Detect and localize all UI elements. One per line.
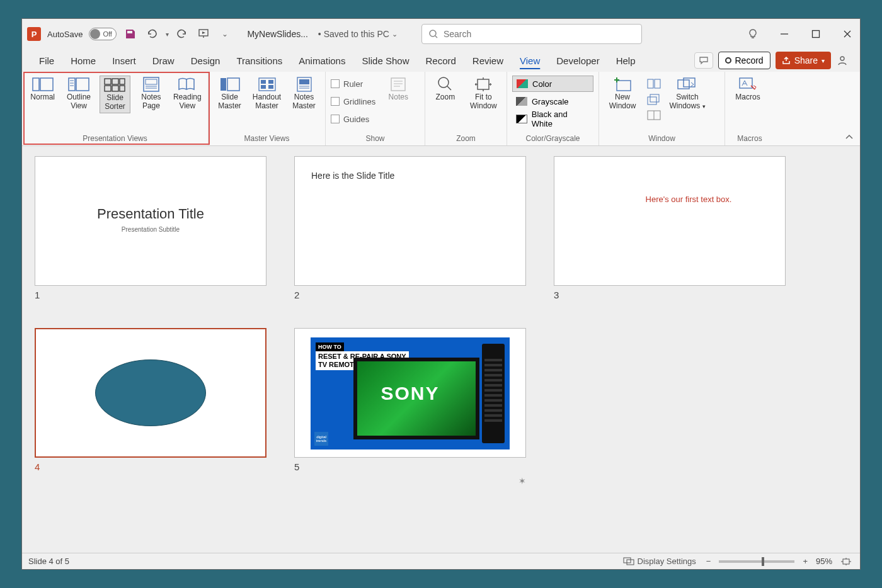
notes-master-button[interactable]: Notes Master xyxy=(288,76,320,112)
svg-rect-22 xyxy=(268,85,273,89)
slide-thumb-5[interactable]: HOW TO RESET & RE-PAIR A SONY TV REMOTE … xyxy=(294,328,526,458)
svg-rect-19 xyxy=(261,80,266,84)
comments-button[interactable] xyxy=(694,52,713,69)
slide-sorter-button[interactable]: Slide Sorter xyxy=(100,76,131,113)
qat-customize[interactable]: ⌄ xyxy=(222,30,228,38)
tab-home[interactable]: Home xyxy=(62,52,104,70)
gridlines-checkbox[interactable]: Gridlines xyxy=(331,93,375,110)
tab-help[interactable]: Help xyxy=(608,52,644,70)
undo-dropdown[interactable]: ▾ xyxy=(166,31,169,38)
tab-record[interactable]: Record xyxy=(417,52,464,70)
account-button[interactable] xyxy=(836,54,851,67)
outline-view-button[interactable]: Outline View xyxy=(63,76,94,112)
undo-button[interactable] xyxy=(144,26,159,42)
collapse-ribbon-button[interactable] xyxy=(845,133,854,142)
svg-rect-20 xyxy=(268,80,273,84)
svg-rect-8 xyxy=(105,79,111,84)
svg-rect-24 xyxy=(299,79,309,84)
tab-transitions[interactable]: Transitions xyxy=(228,52,290,70)
notes-page-button[interactable]: Notes Page xyxy=(135,76,166,112)
fit-label: Fit to Window xyxy=(467,93,500,111)
notes-toggle-button[interactable]: Notes xyxy=(384,76,412,103)
slide-sorter-area[interactable]: Presentation Title Presentation Subtitle… xyxy=(22,146,860,553)
zoom-percent[interactable]: 95% xyxy=(816,557,832,566)
tab-draw[interactable]: Draw xyxy=(144,52,183,70)
grayscale-mode-button[interactable]: Grayscale xyxy=(512,93,593,110)
normal-view-button[interactable]: Normal xyxy=(27,76,58,103)
app-icon: P xyxy=(27,27,41,41)
tab-slideshow[interactable]: Slide Show xyxy=(353,52,417,70)
ruler-label: Ruler xyxy=(343,79,363,89)
redo-button[interactable] xyxy=(175,26,190,42)
filename[interactable]: MyNewSlides... xyxy=(247,29,307,39)
switch-windows-button[interactable]: Switch Windows ▾ xyxy=(667,76,707,112)
share-button[interactable]: Share ▾ xyxy=(776,52,831,69)
maximize-button[interactable] xyxy=(808,26,823,42)
close-button[interactable] xyxy=(840,26,855,42)
slide-5-wrap: HOW TO RESET & RE-PAIR A SONY TV REMOTE … xyxy=(294,328,526,472)
slide-thumb-1[interactable]: Presentation Title Presentation Subtitle xyxy=(35,156,266,286)
record-button[interactable]: Record xyxy=(718,52,770,69)
group-label-window: Window xyxy=(604,133,719,144)
saved-status[interactable]: • Saved to this PC ⌄ xyxy=(318,29,398,39)
slide-thumb-3[interactable]: Here's our first text box. xyxy=(554,156,786,286)
tab-insert[interactable]: Insert xyxy=(104,52,144,70)
slide1-subtitle: Presentation Subtitle xyxy=(35,226,266,233)
save-button[interactable] xyxy=(123,26,138,42)
zoom-in-button[interactable]: + xyxy=(801,557,810,566)
ruler-checkbox[interactable]: Ruler xyxy=(331,76,375,92)
new-window-button[interactable]: New Window xyxy=(604,76,641,112)
tab-file[interactable]: File xyxy=(31,52,62,70)
autosave-toggle[interactable]: Off xyxy=(89,28,117,40)
color-mode-button[interactable]: Color xyxy=(512,76,593,92)
ribbon: Normal Outline View Slide Sorter Notes P… xyxy=(22,72,860,146)
macros-button[interactable]: Macros xyxy=(730,76,765,103)
zoom-out-button[interactable]: − xyxy=(704,557,713,566)
display-settings-button[interactable]: Display Settings xyxy=(621,557,698,566)
slide-master-button[interactable]: Slide Master xyxy=(214,76,246,112)
menubar: File Home Insert Draw Design Transitions… xyxy=(22,49,860,72)
search-box[interactable] xyxy=(421,24,642,44)
handout-master-button[interactable]: Handout Master xyxy=(251,76,283,112)
tab-review[interactable]: Review xyxy=(464,52,512,70)
zoom-handle[interactable] xyxy=(762,557,764,566)
slide-thumb-2[interactable]: Here is the Slide Title xyxy=(294,156,526,286)
slide3-text: Here's our first text box. xyxy=(592,195,785,204)
guides-label: Guides xyxy=(343,115,369,124)
bw-label: Black and White xyxy=(532,110,590,128)
move-split-button[interactable] xyxy=(646,108,662,122)
fit-to-window-button[interactable]: Fit to Window xyxy=(466,76,501,112)
svg-rect-32 xyxy=(650,94,659,102)
bw-mode-button[interactable]: Black and White xyxy=(512,111,593,127)
tab-animations[interactable]: Animations xyxy=(290,52,353,70)
menu-right: Record Share ▾ xyxy=(694,52,852,69)
slide-num-3: 3 xyxy=(554,290,786,300)
minimize-button[interactable] xyxy=(777,26,792,42)
group-label-show: Show xyxy=(331,133,420,144)
lightbulb-icon[interactable] xyxy=(745,26,760,42)
slide1-title: Presentation Title xyxy=(35,206,266,222)
handoutmaster-label: Handout Master xyxy=(252,93,282,111)
slide-grid: Presentation Title Presentation Subtitle… xyxy=(35,156,847,472)
fit-slide-button[interactable] xyxy=(839,557,854,566)
powerpoint-window: P AutoSave Off ▾ ⌄ MyNewSlides... • Save… xyxy=(21,18,861,570)
guides-checkbox[interactable]: Guides xyxy=(331,111,375,127)
tab-view[interactable]: View xyxy=(512,52,548,70)
share-label: Share xyxy=(794,55,818,65)
arrange-all-button[interactable] xyxy=(646,77,662,91)
svg-rect-29 xyxy=(648,79,653,88)
reading-view-button[interactable]: Reading View xyxy=(172,76,203,112)
cascade-button[interactable] xyxy=(646,93,662,106)
present-from-start-button[interactable] xyxy=(197,26,212,42)
tab-developer[interactable]: Developer xyxy=(548,52,607,70)
zoom-button[interactable]: Zoom xyxy=(430,76,461,103)
tab-design[interactable]: Design xyxy=(183,52,229,70)
slide-position: Slide 4 of 5 xyxy=(28,557,69,566)
zoom-slider[interactable] xyxy=(719,560,794,563)
window-controls xyxy=(745,26,855,42)
search-input[interactable] xyxy=(444,29,635,39)
slide-thumb-4[interactable] xyxy=(35,328,266,458)
toggle-knob xyxy=(90,29,100,39)
svg-rect-17 xyxy=(227,78,239,91)
group-window: New Window Switch Windows ▾ Window xyxy=(599,72,725,145)
